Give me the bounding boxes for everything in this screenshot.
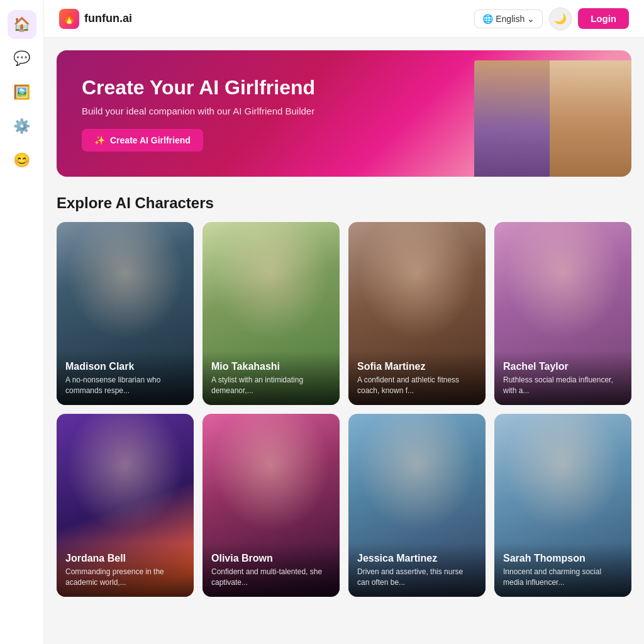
character-card-madison-clark[interactable]: Madison Clark A no-nonsense librarian wh… — [57, 222, 194, 405]
card-overlay-jessica: Jessica Martinez Driven and assertive, t… — [348, 543, 486, 597]
sidebar-item-chat[interactable]: 💬 — [8, 44, 36, 73]
create-btn-label: Create AI Girlfriend — [110, 135, 191, 145]
card-image-sofia — [348, 222, 486, 350]
banner-images — [315, 50, 631, 177]
banner-title: Create Your AI Girlfriend — [82, 75, 346, 99]
banner-text: Create Your AI Girlfriend Build your ide… — [82, 75, 346, 152]
card-image-madison — [57, 222, 194, 350]
profile-icon: 😊 — [13, 152, 30, 169]
chevron-down-icon: ⌄ — [527, 14, 535, 24]
app-name: funfun.ai — [84, 12, 132, 25]
character-card-olivia-brown[interactable]: Olivia Brown Confident and multi-talente… — [203, 414, 340, 597]
explore-title: Explore AI Characters — [57, 194, 631, 212]
card-overlay-rachel: Rachel Taylor Ruthless social media infl… — [494, 351, 631, 405]
language-selector[interactable]: 🌐 English ⌄ — [474, 9, 543, 28]
character-grid: Madison Clark A no-nonsense librarian wh… — [57, 222, 631, 596]
card-overlay-sofia: Sofia Martinez A confident and athletic … — [348, 351, 486, 405]
character-card-sarah-thompson[interactable]: Sarah Thompson Innocent and charming soc… — [494, 414, 631, 597]
char-desc-sofia: A confident and athletic fitness coach, … — [357, 375, 477, 396]
card-overlay-mio: Mio Takahashi A stylist with an intimida… — [203, 351, 340, 405]
char-desc-sarah: Innocent and charming social media influ… — [503, 567, 623, 588]
banner-subtitle: Build your ideal companion with our AI G… — [82, 106, 346, 116]
card-image-mio — [203, 222, 340, 350]
character-card-rachel-taylor[interactable]: Rachel Taylor Ruthless social media infl… — [494, 222, 631, 405]
char-desc-jordana: Commanding presence in the academic worl… — [65, 567, 185, 588]
card-image-rachel — [494, 222, 631, 350]
fire-icon: 🔥 — [63, 13, 75, 25]
card-image-olivia — [203, 414, 340, 541]
home-icon: 🏠 — [13, 16, 30, 33]
card-image-sarah — [494, 414, 631, 541]
character-card-sofia-martinez[interactable]: Sofia Martinez A confident and athletic … — [348, 222, 486, 405]
character-card-mio-takahashi[interactable]: Mio Takahashi A stylist with an intimida… — [203, 222, 340, 405]
create-ai-girlfriend-button[interactable]: ✨ Create AI Girlfriend — [82, 129, 203, 152]
sidebar-item-home[interactable]: 🏠 — [8, 10, 36, 39]
logo-icon: 🔥 — [59, 9, 79, 29]
sidebar: 🏠 💬 🖼️ ⚙️ 😊 — [0, 0, 44, 644]
create-icon: ⚙️ — [13, 118, 30, 135]
sidebar-item-profile[interactable]: 😊 — [8, 146, 36, 175]
char-desc-olivia: Confident and multi-talented, she captiv… — [211, 567, 331, 588]
char-name-jordana: Jordana Bell — [65, 553, 185, 564]
logo: 🔥 funfun.ai — [59, 9, 132, 29]
globe-icon: 🌐 — [482, 14, 493, 24]
character-card-jordana-bell[interactable]: Jordana Bell Commanding presence in the … — [57, 414, 194, 597]
hero-banner: Create Your AI Girlfriend Build your ide… — [57, 50, 631, 177]
char-name-sarah: Sarah Thompson — [503, 553, 623, 564]
login-button[interactable]: Login — [578, 8, 629, 29]
char-desc-mio: A stylist with an intimidating demeanor,… — [211, 375, 331, 396]
char-desc-jessica: Driven and assertive, this nurse can oft… — [357, 567, 477, 588]
sparkle-icon: ✨ — [94, 135, 105, 145]
card-image-jessica — [348, 414, 486, 541]
char-name-rachel: Rachel Taylor — [503, 361, 623, 372]
char-name-mio: Mio Takahashi — [211, 361, 331, 372]
char-desc-madison: A no-nonsense librarian who commands res… — [65, 375, 185, 396]
header: 🔥 funfun.ai 🌐 English ⌄ 🌙 Login — [44, 0, 644, 38]
card-overlay-sarah: Sarah Thompson Innocent and charming soc… — [494, 543, 631, 597]
moon-icon: 🌙 — [554, 13, 567, 25]
card-overlay-olivia: Olivia Brown Confident and multi-talente… — [203, 543, 340, 597]
card-overlay-madison: Madison Clark A no-nonsense librarian wh… — [57, 351, 194, 405]
chat-icon: 💬 — [13, 50, 30, 67]
sidebar-item-create[interactable]: ⚙️ — [8, 112, 36, 141]
theme-toggle[interactable]: 🌙 — [549, 8, 572, 30]
header-right: 🌐 English ⌄ 🌙 Login — [474, 8, 629, 30]
main-content: 🔥 funfun.ai 🌐 English ⌄ 🌙 Login Create Y… — [44, 0, 644, 644]
char-name-madison: Madison Clark — [65, 361, 185, 372]
char-desc-rachel: Ruthless social media influencer, with a… — [503, 375, 623, 396]
page-content: Create Your AI Girlfriend Build your ide… — [44, 38, 644, 609]
character-card-jessica-martinez[interactable]: Jessica Martinez Driven and assertive, t… — [348, 414, 486, 597]
card-image-jordana — [57, 414, 194, 541]
sidebar-item-gallery[interactable]: 🖼️ — [8, 78, 36, 107]
gallery-icon: 🖼️ — [13, 84, 30, 101]
language-label: English — [496, 14, 525, 24]
char-name-olivia: Olivia Brown — [211, 553, 331, 564]
char-name-jessica: Jessica Martinez — [357, 553, 477, 564]
card-overlay-jordana: Jordana Bell Commanding presence in the … — [57, 543, 194, 597]
char-name-sofia: Sofia Martinez — [357, 361, 477, 372]
